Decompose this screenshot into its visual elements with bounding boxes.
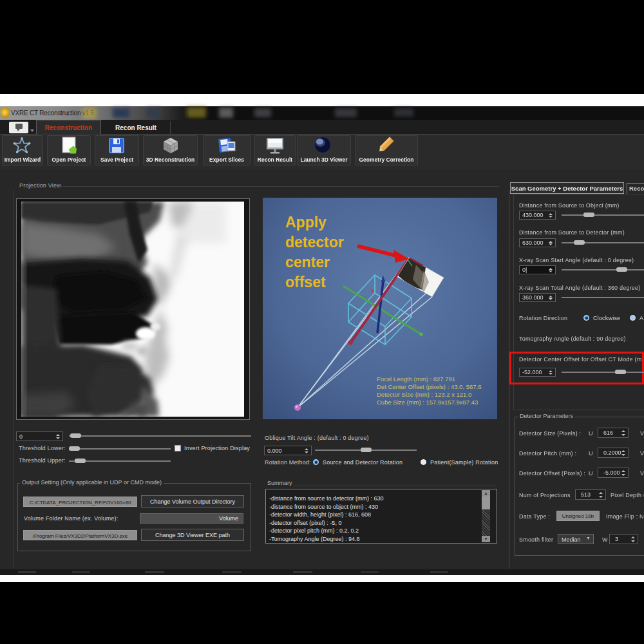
svg-text:offset: offset [285,274,326,290]
svg-text:detector: detector [285,234,344,251]
svg-text:center: center [285,254,330,270]
svg-text:Apply: Apply [285,214,327,231]
svg-text:Focal Length (mm) : 827.791: Focal Length (mm) : 827.791 [377,375,455,383]
svg-text:Detector Size (mm) : 123.2 x 1: Detector Size (mm) : 123.2 x 121.0 [377,391,471,398]
svg-text:Det Center Offset (pixels) : 4: Det Center Offset (pixels) : 43.0, 567.6 [377,383,481,390]
svg-text:Cube Size (mm) : 157.9x157.9x8: Cube Size (mm) : 157.9x157.9x87.43 [377,399,478,406]
